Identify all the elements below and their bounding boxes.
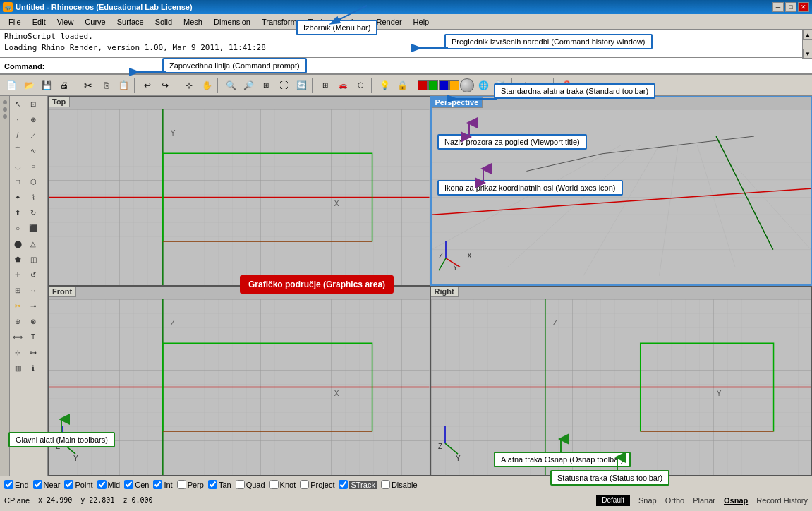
menu-curve[interactable]: Curve (79, 16, 111, 28)
snap-near-check[interactable] (33, 480, 42, 489)
tool-layer[interactable]: ▥ (10, 360, 25, 375)
tool-line[interactable]: / (10, 127, 25, 143)
tb-pan[interactable]: ✋ (198, 77, 215, 94)
ortho-status[interactable]: Ortho (665, 496, 685, 505)
menu-view[interactable]: View (51, 16, 80, 28)
snap-project-check[interactable] (300, 480, 309, 489)
tb-sphere[interactable] (460, 78, 474, 92)
menu-dimension[interactable]: Dimension (208, 16, 256, 28)
tool-revolve[interactable]: ↻ (25, 205, 41, 220)
tb-obj1[interactable]: ⬡ (352, 77, 369, 94)
tool-rotate[interactable]: ↺ (25, 267, 41, 282)
tb-color2[interactable] (428, 80, 438, 90)
tool-scale[interactable]: ⊞ (10, 282, 25, 298)
scroll-up-btn[interactable]: ▲ (803, 30, 812, 40)
tb-undo[interactable]: ↩ (139, 77, 156, 94)
menu-help[interactable]: Help (408, 16, 435, 28)
tool-interp[interactable]: ⌇ (25, 189, 41, 205)
tool-dim[interactable]: ⟺ (10, 329, 25, 344)
tool-extrude[interactable]: ⬆ (10, 205, 25, 220)
tb-color1[interactable] (418, 80, 428, 90)
tb-cut[interactable]: ✂ (80, 77, 97, 94)
menu-mesh[interactable]: Mesh (178, 16, 208, 28)
tb-color3[interactable] (439, 80, 449, 90)
menu-render[interactable]: Render (371, 16, 408, 28)
tb-copy[interactable]: ⎘ (97, 77, 114, 94)
tb-open[interactable]: 📂 (20, 77, 37, 94)
tb-zoom-win[interactable]: ⊞ (257, 77, 274, 94)
viewport-top[interactable]: Top (48, 96, 430, 286)
tb-lock[interactable]: 🔒 (394, 77, 411, 94)
tool-trim[interactable]: ✂ (10, 298, 25, 313)
history-scrollbar[interactable]: ▲ ▼ (802, 30, 812, 59)
snap-perp-check[interactable] (177, 480, 186, 489)
tool-prop[interactable]: ℹ (25, 360, 41, 375)
tool-explode[interactable]: ⊗ (25, 313, 41, 329)
tb-save[interactable]: 💾 (38, 77, 55, 94)
tool-pt2[interactable]: ⊕ (25, 112, 41, 127)
tool-select[interactable]: ↖ (10, 96, 25, 112)
tool-split[interactable]: ⊸ (25, 298, 41, 313)
tool-circle[interactable]: ○ (25, 158, 41, 174)
tool-mirror[interactable]: ↔ (25, 282, 41, 298)
menu-file[interactable]: File (3, 16, 27, 28)
viewport-front[interactable]: Front (48, 286, 430, 476)
tb-print[interactable]: 🖨 (56, 77, 73, 94)
record-history-status[interactable]: Record History (756, 496, 808, 505)
tool-sphere[interactable]: ○ (10, 220, 25, 236)
osnap-status[interactable]: Osnap (724, 496, 748, 505)
maximize-button[interactable]: □ (785, 2, 796, 12)
viewport-right[interactable]: Right (430, 286, 813, 476)
tool-polygon[interactable]: ⬡ (25, 174, 41, 189)
tool-pt[interactable]: · (10, 112, 25, 127)
close-button[interactable]: ✕ (798, 2, 809, 12)
tool-move[interactable]: ✛ (10, 267, 25, 282)
tb-new[interactable]: 📄 (3, 77, 20, 94)
tb-rotate[interactable]: 🔄 (293, 77, 310, 94)
tool-surface[interactable]: ⬟ (10, 251, 25, 267)
tool-osnap2[interactable]: ⊶ (25, 344, 41, 360)
snap-tan-check[interactable] (208, 480, 217, 489)
tool-curve2[interactable]: ∿ (25, 143, 41, 158)
snap-mid-check[interactable] (97, 480, 107, 489)
menu-edit[interactable]: Edit (27, 16, 51, 28)
tb-light[interactable]: 💡 (376, 77, 393, 94)
menu-transform[interactable]: Transform (256, 16, 303, 28)
snap-status[interactable]: Snap (638, 496, 657, 505)
tb-zoom-ext[interactable]: ⛶ (275, 77, 292, 94)
tb-redo[interactable]: ↪ (157, 77, 174, 94)
snap-knot-check[interactable] (269, 480, 279, 489)
tb-zoom-out[interactable]: 🔎 (240, 77, 257, 94)
tool-cyl[interactable]: ⬤ (10, 236, 25, 251)
snap-disable-check[interactable] (381, 480, 390, 489)
tool-curve[interactable]: ⌒ (10, 143, 25, 158)
snap-quad-check[interactable] (236, 480, 245, 489)
tool-join[interactable]: ⊕ (10, 313, 25, 329)
tool-box[interactable]: ⬛ (25, 220, 41, 236)
tb-help[interactable]: ❓ (558, 77, 575, 94)
tool-freeform[interactable]: ✦ (10, 189, 25, 205)
snap-cen-check[interactable] (124, 480, 133, 489)
menu-analyze[interactable]: Analyze (332, 16, 370, 28)
tb-render1[interactable]: 📡 (492, 77, 509, 94)
tool-arc[interactable]: ◡ (10, 158, 25, 174)
tb-globe[interactable]: 🌐 (475, 77, 492, 94)
tb-paste[interactable]: 📋 (115, 77, 132, 94)
menu-surface[interactable]: Surface (111, 16, 150, 28)
snap-point-check[interactable] (64, 480, 73, 489)
menu-solid[interactable]: Solid (150, 16, 178, 28)
tool-snap[interactable]: ⊹ (10, 344, 25, 360)
tool-surf2[interactable]: ◫ (25, 251, 41, 267)
tb-zoom-in[interactable]: 🔍 (222, 77, 239, 94)
viewport-perspective[interactable]: Perspective (430, 96, 813, 286)
planar-status[interactable]: Planar (693, 496, 715, 505)
snap-strack-check[interactable] (339, 480, 348, 489)
tb-color4[interactable] (449, 80, 459, 90)
tool-sel2[interactable]: ⊡ (25, 96, 41, 112)
tool-cone[interactable]: △ (25, 236, 41, 251)
snap-int-check[interactable] (153, 480, 162, 489)
minimize-button[interactable]: ─ (772, 2, 784, 12)
menu-tools[interactable]: Tools (303, 16, 332, 28)
tool-text[interactable]: T (25, 329, 41, 344)
tb-select[interactable]: ⊹ (181, 77, 198, 94)
